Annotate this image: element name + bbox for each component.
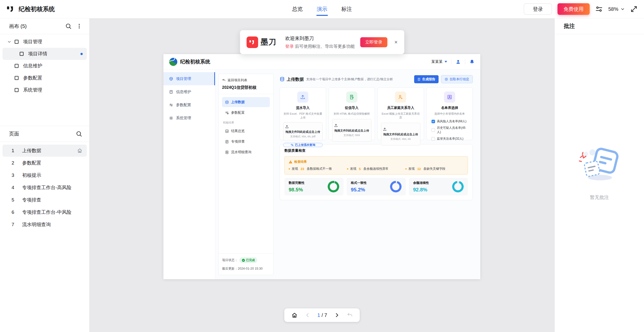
uploaded-statement-query-button[interactable]: 已上传流水查询 <box>283 143 323 147</box>
gear-icon <box>169 116 173 120</box>
page-row[interactable]: 5 专项排查 <box>3 194 87 206</box>
nav-item-parameter-config[interactable]: 参数配置 <box>163 98 215 111</box>
checkbox-unchecked-icon[interactable] <box>432 128 435 132</box>
dropzone-credit[interactable]: 拖拽文件到此处或点击上传 支持格式: html <box>332 119 372 142</box>
panel-item-label: 参数配置 <box>231 110 245 115</box>
bullet-dot <box>289 168 290 170</box>
checkbox-regulatory-list[interactable]: 监管关注名单(32人) <box>432 137 469 141</box>
total-pages: 7 <box>324 312 327 318</box>
dropzone-statement[interactable]: 拖拽文件到此处或点击上传 支持格式: xlsx, xls, pdf <box>283 122 323 141</box>
card-name-list-select: 名单库选择 选择中介库管理内的名单 高风险人员名单(68人) <box>426 87 473 140</box>
page-number: 2 <box>12 160 16 166</box>
checkbox-high-risk-list[interactable]: 高风险人员名单(68人) <box>432 119 469 123</box>
fullscreen-icon[interactable] <box>630 6 637 13</box>
sliders-icon <box>169 103 173 107</box>
nav-item-system-management[interactable]: 系统管理 <box>163 111 215 124</box>
page-row[interactable]: 7 流水明细查询 <box>3 219 87 231</box>
updated-value: 2024-01-20 15:30 <box>238 267 263 270</box>
close-icon[interactable]: × <box>394 39 398 46</box>
dropzone-family[interactable]: 拖拽文件到此处或点击上传 支持格式: xlsx, xls <box>381 123 420 145</box>
tree-item-system-management[interactable]: 系统管理 <box>0 84 89 96</box>
home-icon[interactable] <box>291 312 298 319</box>
back-to-projects[interactable]: 返回项目列表 <box>222 78 270 82</box>
login-link[interactable]: 登录 <box>285 44 294 49</box>
tree-item-parameter-config[interactable]: 参数配置 <box>0 72 89 84</box>
panel-item-upload-data[interactable]: 上传数据 <box>222 97 270 107</box>
project-panel: 返回项目列表 2024Q1信贷部初核 上传数据 参数配置 <box>218 74 274 275</box>
page-row[interactable]: 4 专项排查工作台-高风险 <box>3 182 87 194</box>
checkbox-label: 高风险人员名单(68人) <box>437 119 466 123</box>
checkbox-unchecked-icon[interactable] <box>432 137 435 141</box>
canvases-header: 画布 (5) <box>0 18 89 34</box>
chevron-down-icon[interactable] <box>7 39 12 44</box>
page-label: 上传数据 <box>22 147 77 154</box>
restart-icon[interactable] <box>347 312 353 318</box>
tree-item-info-maintenance[interactable]: 信息维护 <box>0 60 89 72</box>
page-number: 6 <box>12 210 16 215</box>
panel-item-special-check[interactable]: 专项排查 <box>222 137 270 147</box>
generate-report-button[interactable]: 生成报告 <box>414 75 439 83</box>
tab-present[interactable]: 演示 <box>317 0 327 18</box>
page-row[interactable]: 1 上传数据 <box>3 145 87 157</box>
zoom-control[interactable]: 58% <box>608 6 625 12</box>
finding-count: 5 <box>359 167 361 171</box>
metric-value: 92.8% <box>413 187 429 193</box>
nav-item-project-management[interactable]: 项目管理 <box>163 72 215 85</box>
card-desc: 选择中介库管理内的名单 <box>430 112 469 116</box>
search-icon[interactable] <box>76 131 82 137</box>
card-title: 员工家庭关系导入 <box>381 106 420 110</box>
donut-chart <box>452 181 464 192</box>
page-row[interactable]: 2 参数配置 <box>3 157 87 169</box>
finding-item: 发现 12 条缺失关键字段 <box>405 167 464 171</box>
drop-formats: 支持格式: xlsx, xls <box>383 137 419 141</box>
upload-cards: 流水导入 支持 Excel、PDF 格式文件批量上传 拖拽文件到此处或点击上传 … <box>280 87 473 140</box>
tab-annotate[interactable]: 标注 <box>341 0 352 18</box>
search-icon[interactable] <box>65 23 72 29</box>
login-button[interactable]: 登录 <box>524 4 552 15</box>
prototype-nav: 项目管理 信息维护 参数配置 系统管理 <box>163 70 215 279</box>
panel-item-results-overview[interactable]: 结果总览 <box>222 126 270 136</box>
nav-item-info-maintenance[interactable]: 信息维护 <box>163 85 215 98</box>
prev-page-icon[interactable] <box>305 312 311 318</box>
next-page-icon[interactable] <box>334 312 340 318</box>
free-use-button[interactable]: 免费使用 <box>557 3 590 15</box>
divider <box>219 94 273 94</box>
quality-metrics: 数据完整性 98.5% 格式一致性 95.2% <box>284 178 468 195</box>
donut-chart <box>390 181 402 192</box>
frame-icon <box>19 51 24 56</box>
settings-sliders-icon[interactable] <box>595 5 603 13</box>
bell-icon[interactable] <box>469 59 475 65</box>
page-row[interactable]: 3 初核提示 <box>3 169 87 181</box>
welcome-banner: 墨刀 欢迎来到墨刀 登录 后可使用标注、导出等更多功能 立即登录 × <box>240 30 404 54</box>
checkbox-checked-icon[interactable] <box>432 120 435 123</box>
metric-data-completeness: 数据完整性 98.5% <box>284 178 344 195</box>
checkbox-suspicious-list[interactable]: 历史可疑人员名单(45人) <box>432 126 469 134</box>
card-family-relation-import: 员工家庭关系导入 Excel 模板上传员工家庭关系信息 拖拽文件到此处或点击上传… <box>377 87 424 140</box>
app-brand: 纪检初核系统 <box>7 5 55 13</box>
panel-item-parameter-config[interactable]: 参数配置 <box>222 108 270 118</box>
annotations-empty-state: 暂无批注 <box>555 14 644 332</box>
panel-item-statement-detail[interactable]: 流水明细查询 <box>222 147 270 157</box>
page-label: 专项排查工作台-高风险 <box>22 184 83 191</box>
kebab-menu-icon[interactable] <box>76 23 82 29</box>
app-root: 纪检初核系统 总览 演示 标注 登录 免费使用 58% 画布 (5) <box>0 0 644 332</box>
page-row[interactable]: 6 专项排查工作台-中风险 <box>3 206 87 218</box>
status-value: 已完成 <box>246 258 255 262</box>
page-number: 1 <box>12 148 16 153</box>
pull-bank-info-button[interactable]: 拉取本行信息 <box>441 75 473 83</box>
tree-item-project-detail[interactable]: 项目详情 <box>3 48 87 60</box>
login-now-button[interactable]: 立即登录 <box>360 37 387 47</box>
page-number: 5 <box>12 197 16 203</box>
content-header: 上传数据 支持在一个项目中上传多个主体/账户数据，进行汇总/独立分析 生成报告 … <box>280 75 473 83</box>
tree-item-label: 项目详情 <box>28 51 47 57</box>
user-icon[interactable] <box>455 59 461 65</box>
tree-item-project-management[interactable]: 项目管理 <box>0 36 89 48</box>
canvas-tree: 项目管理 项目详情 信息维护 <box>0 34 89 96</box>
upload-tray-icon <box>334 123 370 128</box>
drop-text: 拖拽文件到此处或点击上传 <box>383 133 419 136</box>
tab-overview[interactable]: 总览 <box>292 0 303 18</box>
user-menu[interactable]: 某某某 <box>431 59 443 64</box>
card-desc: Excel 模板上传员工家庭关系信息 <box>381 112 420 119</box>
person-plus-icon <box>395 92 406 103</box>
finding-count: 12 <box>417 167 421 171</box>
